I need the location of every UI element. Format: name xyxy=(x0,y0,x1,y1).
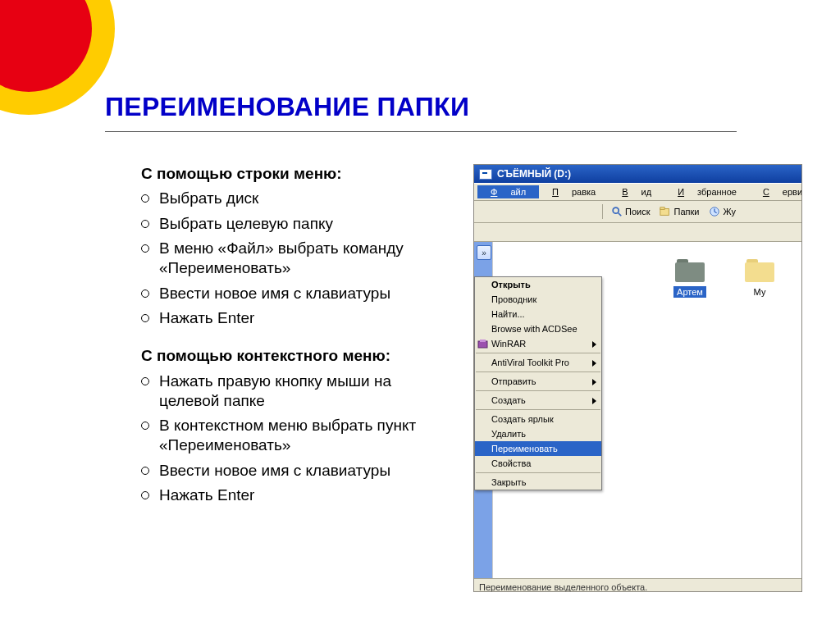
folder-icon xyxy=(743,257,776,283)
menu-favorites[interactable]: Избранное xyxy=(664,185,750,198)
explorer-window: СЪЁМНЫЙ (D:) Файл Правка Вид Избранное С… xyxy=(473,164,802,592)
drive-icon xyxy=(479,169,492,180)
ctx-item[interactable]: Создать xyxy=(475,393,601,408)
ctx-item-label: Проводник xyxy=(491,294,536,304)
folders-icon xyxy=(660,206,671,217)
ctx-item-label: WinRAR xyxy=(491,339,526,349)
ctx-item[interactable]: Отправить xyxy=(475,374,601,389)
ctx-item[interactable]: Открыть xyxy=(475,277,601,292)
sidebar-chevron-icon[interactable]: » xyxy=(477,245,491,260)
journal-icon xyxy=(709,206,720,217)
ctx-item[interactable]: Browse with ACDSee xyxy=(475,321,601,336)
ctx-item-label: Открыть xyxy=(491,280,531,289)
list-item: В контекстном меню выбрать пункт «Переим… xyxy=(141,416,453,456)
ctx-item-label: AntiViral Toolkit Pro xyxy=(491,358,569,367)
menu-bar[interactable]: Файл Правка Вид Избранное Сервис Сп xyxy=(474,183,801,201)
address-bar[interactable] xyxy=(474,223,801,242)
ctx-item[interactable]: Переименовать xyxy=(475,441,601,456)
list-item: Выбрать диск xyxy=(141,189,453,208)
svg-line-1 xyxy=(619,213,622,217)
toolbar-journal[interactable]: Жу xyxy=(705,206,739,217)
section2-heading: С помощью контекстного меню: xyxy=(141,346,453,366)
ctx-item-label: Найти... xyxy=(491,309,525,319)
window-title: СЪЁМНЫЙ (D:) xyxy=(497,168,571,180)
section1-heading: С помощью строки меню: xyxy=(141,164,453,184)
file-menu-dropdown[interactable]: ОткрытьПроводникНайти...Browse with ACDS… xyxy=(474,276,602,490)
svg-rect-6 xyxy=(480,340,486,342)
list-item: Выбрать целевую папку xyxy=(141,214,453,234)
ctx-item[interactable]: Создать ярлык xyxy=(475,412,601,426)
section2-list: Нажать правую кнопку мыши на целевой пап… xyxy=(141,371,453,506)
ctx-item[interactable]: Проводник xyxy=(475,292,601,307)
ctx-item-label: Создать xyxy=(491,395,526,405)
slide-corner-ornament xyxy=(0,0,115,115)
toolbar-search[interactable]: Поиск xyxy=(608,206,653,217)
ctx-item-label: Закрыть xyxy=(491,477,526,487)
toolbar-folders[interactable]: Папки xyxy=(656,206,702,217)
ctx-item[interactable]: AntiViral Toolkit Pro xyxy=(475,355,601,370)
toolbar[interactable]: Поиск Папки Жу xyxy=(474,201,801,223)
ctx-item[interactable]: Закрыть xyxy=(475,475,601,490)
ctx-item[interactable]: Найти... xyxy=(475,307,601,321)
window-titlebar[interactable]: СЪЁМНЫЙ (D:) xyxy=(474,165,801,183)
ctx-item-label: Создать ярлык xyxy=(491,414,554,424)
status-bar: Переименование выделенного объекта. xyxy=(474,578,801,592)
winrar-icon xyxy=(477,339,488,349)
list-item: Ввести новое имя с клавиатуры xyxy=(141,284,453,303)
svg-rect-5 xyxy=(478,341,487,348)
list-item: Нажать правую кнопку мыши на целевой пап… xyxy=(141,371,453,412)
toolbar-separator xyxy=(602,204,603,219)
menu-edit[interactable]: Правка xyxy=(539,185,609,198)
search-icon xyxy=(611,206,623,217)
ctx-item[interactable]: Удалить xyxy=(475,426,601,441)
menu-file[interactable]: Файл xyxy=(477,185,539,198)
list-item: Нажать Enter xyxy=(141,485,453,505)
svg-rect-3 xyxy=(660,207,664,210)
folder-icon xyxy=(673,257,706,283)
title-rule xyxy=(105,131,737,132)
section1-list: Выбрать диск Выбрать целевую папку В мен… xyxy=(141,189,453,328)
ctx-item-label: Свойства xyxy=(491,458,531,468)
list-item: Нажать Enter xyxy=(141,308,453,328)
svg-point-0 xyxy=(613,207,619,213)
list-item: В меню «Файл» выбрать команду «Переимено… xyxy=(141,239,453,279)
ctx-item[interactable]: Свойства xyxy=(475,456,601,471)
list-item: Ввести новое имя с клавиатуры xyxy=(141,461,453,481)
folder-item[interactable]: Артем xyxy=(661,257,719,298)
folder-item[interactable]: Му xyxy=(731,257,788,298)
slide-content: С помощью строки меню: Выбрать диск Выбр… xyxy=(141,164,453,523)
ctx-item-label: Browse with ACDSee xyxy=(491,324,578,334)
ctx-item-label: Переименовать xyxy=(491,444,558,454)
folder-label: Артем xyxy=(673,286,706,298)
menu-tools[interactable]: Сервис xyxy=(750,185,802,198)
ctx-item-label: Отправить xyxy=(491,376,536,386)
slide-title: ПЕРЕИМЕНОВАНИЕ ПАПКИ xyxy=(105,92,469,122)
folder-label: Му xyxy=(751,286,769,298)
explorer-body: » АртемМу ОткрытьПроводникНайти...Browse… xyxy=(474,242,801,578)
menu-view[interactable]: Вид xyxy=(609,185,664,198)
ctx-item-label: Удалить xyxy=(491,429,526,439)
ctx-item[interactable]: WinRAR xyxy=(475,336,601,351)
